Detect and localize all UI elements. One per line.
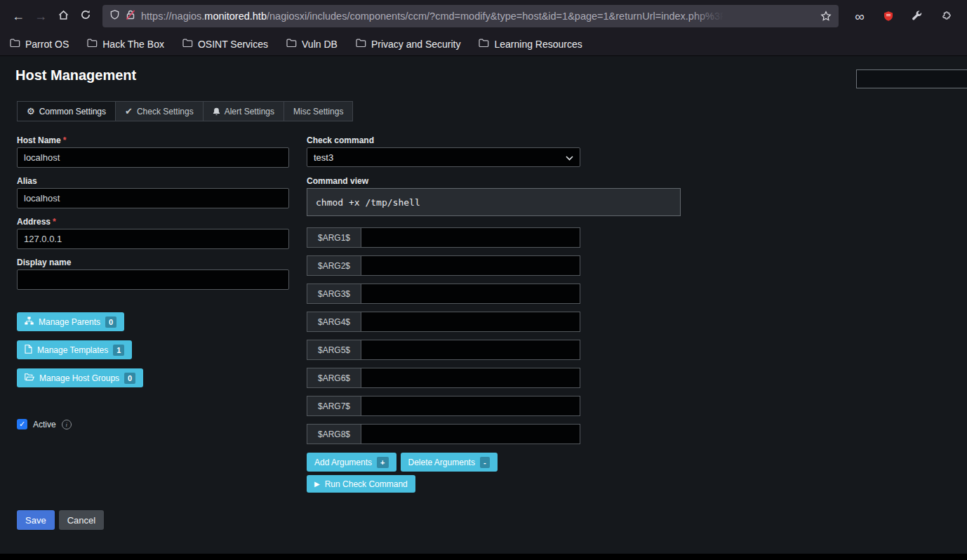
tab-label: Check Settings — [137, 107, 194, 116]
url-bar[interactable]: https://nagios.monitored.htb/nagiosxi/in… — [102, 5, 839, 27]
bookmark-folder-osint-services[interactable]: OSINT Services — [182, 39, 268, 50]
bookmark-folder-parrot-os[interactable]: Parrot OS — [10, 39, 69, 50]
manage-host-groups-label: Manage Host Groups — [39, 373, 119, 383]
forward-icon: → — [34, 9, 47, 24]
ublock-shield-icon[interactable] — [877, 6, 900, 27]
delete-arguments-button[interactable]: Delete Arguments - — [401, 453, 498, 472]
manage-templates-label: Manage Templates — [37, 345, 108, 355]
arg-row: $ARG8$ — [307, 424, 580, 444]
folder-icon — [10, 39, 20, 50]
add-arguments-button[interactable]: Add Arguments + — [307, 453, 396, 472]
tab-alert-settings[interactable]: Alert Settings — [203, 101, 284, 121]
arg-row: $ARG2$ — [307, 255, 580, 276]
arg8-label: $ARG8$ — [307, 424, 361, 444]
folder-icon — [286, 39, 297, 50]
url-text: https://nagios.monitored.htb/nagiosxi/in… — [141, 11, 723, 22]
foxyproxy-infinity-icon[interactable]: ∞ — [848, 6, 871, 27]
extension-icons: ∞ — [843, 6, 960, 27]
checkmark-icon: ✓ — [19, 420, 25, 429]
sitemap-icon — [25, 316, 34, 327]
arg1-input[interactable] — [361, 227, 580, 248]
active-checkbox[interactable]: ✓ — [17, 419, 27, 429]
reload-button[interactable] — [74, 6, 97, 27]
tab-misc-settings[interactable]: Misc Settings — [284, 101, 353, 121]
check-command-value: test3 — [314, 152, 333, 163]
arg3-label: $ARG3$ — [307, 284, 361, 304]
play-icon: ▶ — [314, 481, 320, 488]
insecure-lock-icon[interactable] — [126, 9, 135, 23]
url-domain: monitored.htb — [204, 11, 267, 22]
bookmark-folder-privacy-and-security[interactable]: Privacy and Security — [356, 39, 461, 50]
active-label: Active — [33, 420, 56, 429]
tab-check-settings[interactable]: ✔ Check Settings — [115, 101, 203, 121]
arg8-input[interactable] — [361, 424, 580, 444]
bookmarks-toolbar: Parrot OS Hack The Box OSINT Services Vu… — [0, 32, 967, 56]
arg5-input[interactable] — [361, 340, 580, 360]
check-command-select[interactable]: test3 — [307, 147, 580, 167]
extensions-puzzle-icon[interactable] — [935, 6, 957, 27]
plus-badge: + — [377, 457, 388, 468]
run-check-command-button[interactable]: ▶ Run Check Command — [307, 475, 415, 493]
folder-icon — [87, 39, 98, 50]
manage-parents-button[interactable]: Manage Parents 0 — [17, 312, 124, 331]
manage-templates-button[interactable]: Manage Templates 1 — [17, 340, 132, 359]
arg3-input[interactable] — [361, 284, 580, 304]
display-name-input[interactable] — [17, 269, 289, 290]
arg-row: $ARG7$ — [307, 396, 580, 416]
save-button[interactable]: Save — [17, 510, 55, 530]
arg4-input[interactable] — [361, 312, 580, 332]
gear-icon: ⚙ — [27, 107, 35, 116]
bookmark-folder-hack-the-box[interactable]: Hack The Box — [87, 39, 164, 50]
check-command-label: Check command — [307, 135, 374, 145]
run-check-command-label: Run Check Command — [325, 479, 408, 489]
alias-input[interactable] — [17, 188, 289, 208]
url-path: /nagiosxi/includes/components/ccm/?cmd=m… — [267, 11, 723, 22]
arg-row: $ARG4$ — [307, 312, 580, 332]
arg4-label: $ARG4$ — [307, 312, 361, 332]
form-actions: Save Cancel — [17, 510, 104, 530]
arg7-label: $ARG7$ — [307, 396, 361, 416]
arg7-input[interactable] — [361, 396, 580, 416]
arg5-label: $ARG5$ — [307, 340, 361, 360]
bookmark-folder-learning-resources[interactable]: Learning Resources — [479, 39, 582, 50]
host-name-label: Host Name* — [17, 135, 66, 145]
settings-tabs: ⚙ Common Settings ✔ Check Settings Alert… — [17, 101, 353, 121]
page-title: Host Management — [15, 67, 136, 84]
argument-actions: Add Arguments + Delete Arguments - — [307, 453, 498, 472]
arg-row: $ARG6$ — [307, 368, 580, 388]
forward-button[interactable]: → — [29, 6, 52, 27]
wrench-icon[interactable] — [906, 6, 928, 27]
tab-common-settings[interactable]: ⚙ Common Settings — [17, 101, 115, 121]
arg6-input[interactable] — [361, 368, 580, 388]
required-marker: * — [53, 217, 56, 227]
url-subdomain: nagios. — [172, 11, 205, 22]
command-view-box: chmod +x /tmp/shell — [307, 188, 681, 216]
back-button[interactable]: ← — [7, 6, 29, 27]
host-name-input[interactable] — [17, 147, 289, 168]
chevron-down-icon — [566, 152, 573, 163]
arg-row: $ARG3$ — [307, 284, 580, 304]
address-input[interactable] — [17, 229, 289, 249]
arg2-label: $ARG2$ — [307, 255, 361, 276]
bookmark-label: OSINT Services — [198, 39, 268, 50]
arg1-label: $ARG1$ — [307, 227, 361, 248]
required-marker: * — [63, 135, 67, 145]
manage-host-groups-button[interactable]: Manage Host Groups 0 — [17, 368, 143, 387]
bookmark-star-icon[interactable] — [820, 11, 832, 22]
bookmark-folder-vuln-db[interactable]: Vuln DB — [286, 39, 338, 50]
tracking-shield-icon[interactable] — [109, 9, 120, 23]
active-row: ✓ Active i — [17, 419, 72, 429]
url-fade — [691, 11, 723, 22]
arg2-input[interactable] — [361, 255, 580, 276]
folder-icon — [182, 39, 193, 50]
home-button[interactable] — [52, 6, 74, 27]
manage-parents-label: Manage Parents — [39, 317, 100, 327]
host-management-page: Host Management ⚙ Common Settings ✔ Chec… — [0, 56, 967, 560]
arg-row: $ARG5$ — [307, 340, 580, 360]
tab-label: Misc Settings — [293, 107, 343, 116]
reload-icon — [80, 9, 91, 23]
cancel-button[interactable]: Cancel — [59, 510, 104, 530]
templates-count-badge: 1 — [113, 345, 124, 356]
topright-search-box[interactable] — [856, 69, 967, 88]
bookmark-label: Parrot OS — [25, 39, 69, 50]
